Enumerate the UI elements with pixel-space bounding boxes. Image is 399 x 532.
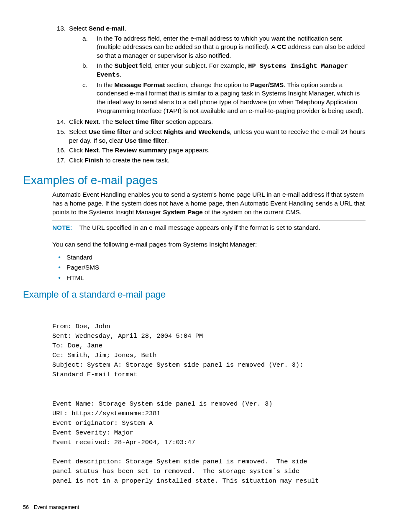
step-17: 17. Click Finish to create the new task. [52, 156, 366, 165]
bullet-item: •Standard [52, 253, 366, 262]
intro-paragraph: Automatic Event Handling enables you to … [52, 190, 366, 216]
substep-a: a. In the To address field, enter the e-… [82, 34, 366, 60]
note-label: NOTE: [52, 224, 72, 231]
step-number: 13. [52, 24, 69, 116]
heading-standard-example: Example of a standard e-mail page [23, 288, 366, 301]
substeps: a. In the To address field, enter the e-… [69, 34, 366, 116]
step-13: 13. Select Send e-mail. a. In the To add… [52, 24, 366, 116]
email-sample: From: Doe, John Sent: Wednesday, April 2… [52, 322, 366, 486]
step-15: 15. Select Use time filter and select Ni… [52, 128, 366, 145]
note-text: The URL specified in an e-mail message a… [79, 224, 320, 231]
step-16: 16. Click Next. The Review summary page … [52, 146, 366, 155]
substep-c: c. In the Message Format section, change… [82, 81, 366, 116]
bullet-icon: • [52, 253, 66, 262]
note-block: NOTE: The URL specified in an e-mail mes… [52, 221, 366, 235]
bullet-item: •HTML [52, 274, 366, 283]
page-content: 13. Select Send e-mail. a. In the To add… [52, 24, 366, 511]
step-body: Select Send e-mail. a. In the To address… [69, 24, 366, 116]
bullet-list: •Standard •Pager/SMS •HTML [52, 253, 366, 283]
bullet-icon: • [52, 274, 66, 283]
step-14: 14. Click Next. The Select time filter s… [52, 118, 366, 126]
numbered-steps: 13. Select Send e-mail. a. In the To add… [52, 24, 366, 165]
list-intro: You can send the following e-mail pages … [52, 240, 366, 249]
page-number: 56 [23, 504, 29, 511]
bullet-icon: • [52, 263, 66, 272]
bullet-item: •Pager/SMS [52, 263, 366, 272]
heading-examples: Examples of e-mail pages [23, 172, 366, 188]
footer-title: Event management [34, 504, 79, 510]
substep-b: b. In the Subject field, enter your subj… [82, 62, 366, 80]
page-footer: 56Event management [23, 504, 366, 511]
